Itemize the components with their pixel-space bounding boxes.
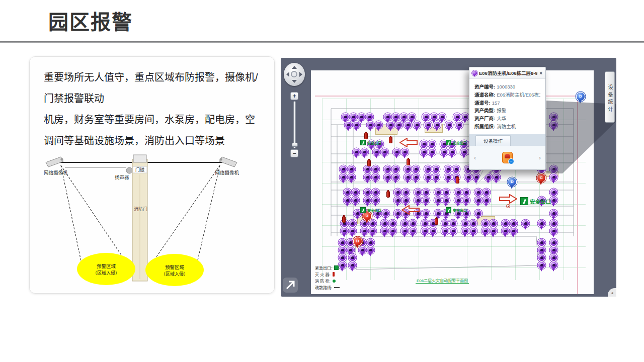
camera-marker[interactable] bbox=[413, 166, 419, 172]
camera-marker[interactable] bbox=[462, 114, 468, 120]
camera-marker[interactable] bbox=[453, 166, 459, 172]
camera-marker[interactable] bbox=[434, 122, 440, 128]
camera-marker[interactable] bbox=[384, 174, 391, 180]
camera-marker[interactable] bbox=[455, 197, 461, 204]
camera-marker[interactable] bbox=[482, 228, 489, 234]
tab-device-operation[interactable]: 设备操作 bbox=[475, 135, 511, 146]
camera-marker[interactable] bbox=[550, 210, 557, 217]
camera-marker[interactable] bbox=[349, 262, 356, 268]
camera-marker[interactable] bbox=[470, 228, 476, 234]
camera-marker[interactable] bbox=[441, 149, 447, 155]
fire-extinguisher-marker[interactable] bbox=[456, 177, 459, 184]
camera-marker[interactable] bbox=[435, 197, 441, 204]
camera-marker[interactable] bbox=[550, 262, 557, 268]
camera-marker[interactable] bbox=[350, 114, 357, 120]
camera-marker[interactable] bbox=[352, 197, 359, 204]
camera-marker[interactable] bbox=[384, 166, 391, 172]
camera-marker[interactable] bbox=[345, 122, 352, 128]
camera-marker[interactable] bbox=[401, 149, 408, 155]
camera-marker[interactable] bbox=[422, 220, 428, 227]
camera-marker[interactable] bbox=[463, 189, 469, 196]
camera-marker[interactable] bbox=[387, 122, 394, 128]
camera-marker[interactable] bbox=[372, 197, 379, 204]
camera-marker[interactable] bbox=[502, 228, 509, 234]
camera-marker[interactable] bbox=[490, 228, 497, 234]
camera-marker[interactable] bbox=[421, 141, 427, 147]
camera-marker[interactable] bbox=[389, 228, 396, 234]
camera-marker[interactable] bbox=[369, 220, 376, 227]
camera-marker[interactable] bbox=[369, 228, 376, 234]
camera-marker[interactable] bbox=[425, 122, 431, 128]
camera-marker[interactable] bbox=[405, 174, 411, 180]
camera-marker[interactable] bbox=[367, 239, 374, 246]
camera-marker[interactable] bbox=[339, 262, 346, 268]
tab-device-statistics[interactable]: 设备统计 bbox=[605, 71, 615, 123]
camera-marker[interactable] bbox=[403, 189, 409, 196]
camera-marker[interactable] bbox=[429, 141, 435, 147]
camera-marker[interactable] bbox=[423, 197, 429, 204]
camera-marker[interactable] bbox=[422, 228, 428, 234]
pan-center-icon[interactable] bbox=[291, 71, 297, 77]
camera-marker[interactable] bbox=[415, 189, 421, 196]
camera-marker[interactable] bbox=[445, 174, 451, 180]
camera-marker[interactable] bbox=[538, 220, 545, 227]
camera-marker[interactable] bbox=[394, 189, 401, 196]
camera-marker[interactable] bbox=[435, 210, 441, 217]
camera-marker[interactable] bbox=[347, 247, 354, 253]
camera-marker[interactable] bbox=[450, 220, 456, 227]
fire-extinguisher-marker[interactable] bbox=[364, 133, 368, 139]
camera-marker[interactable] bbox=[433, 174, 439, 180]
camera-marker[interactable] bbox=[401, 228, 408, 234]
camera-marker[interactable] bbox=[510, 220, 517, 227]
camera-marker[interactable] bbox=[439, 114, 445, 120]
camera-marker[interactable] bbox=[361, 149, 368, 155]
camera-marker[interactable] bbox=[475, 189, 481, 196]
camera-marker[interactable] bbox=[344, 197, 351, 204]
fire-extinguisher-marker[interactable] bbox=[386, 191, 390, 198]
camera-marker[interactable] bbox=[342, 114, 349, 120]
camera-marker[interactable] bbox=[483, 197, 490, 204]
camera-marker[interactable] bbox=[510, 228, 517, 234]
camera-marker[interactable] bbox=[522, 220, 529, 227]
camera-marker[interactable] bbox=[401, 220, 408, 227]
camera-marker[interactable] bbox=[413, 174, 419, 180]
camera-marker[interactable] bbox=[367, 247, 374, 253]
close-icon[interactable]: × bbox=[539, 70, 542, 76]
expand-button[interactable] bbox=[283, 278, 298, 293]
zoom-out-button[interactable]: − bbox=[290, 149, 298, 157]
camera-marker[interactable] bbox=[372, 166, 379, 172]
fire-extinguisher-marker[interactable] bbox=[389, 137, 392, 143]
camera-marker[interactable] bbox=[395, 122, 402, 128]
camera-marker[interactable] bbox=[339, 239, 346, 246]
camera-marker[interactable] bbox=[349, 228, 356, 234]
camera-marker[interactable] bbox=[339, 254, 346, 261]
carousel-prev-icon[interactable]: ‹ bbox=[474, 154, 476, 161]
camera-marker[interactable] bbox=[353, 122, 360, 128]
camera-marker[interactable] bbox=[442, 220, 448, 227]
camera-marker[interactable] bbox=[450, 228, 456, 234]
camera-marker[interactable] bbox=[462, 220, 468, 227]
camera-marker[interactable] bbox=[550, 197, 557, 204]
camera-marker[interactable] bbox=[445, 166, 451, 172]
camera-marker[interactable] bbox=[373, 149, 380, 155]
camera-marker[interactable] bbox=[381, 220, 388, 227]
map-pin-red[interactable]: H bbox=[354, 237, 362, 245]
fire-extinguisher-marker[interactable] bbox=[367, 160, 371, 166]
camera-marker[interactable] bbox=[475, 197, 481, 204]
camera-marker[interactable] bbox=[461, 149, 467, 155]
camera-marker[interactable] bbox=[550, 189, 557, 196]
camera-marker[interactable] bbox=[550, 220, 557, 227]
camera-marker[interactable] bbox=[381, 149, 388, 155]
carousel-next-icon[interactable]: › bbox=[539, 154, 541, 161]
camera-marker[interactable] bbox=[454, 114, 460, 120]
camera-marker[interactable] bbox=[359, 247, 366, 253]
camera-marker[interactable] bbox=[425, 174, 431, 180]
camera-marker[interactable] bbox=[364, 189, 371, 196]
camera-marker[interactable] bbox=[349, 254, 356, 261]
zoom-slider-handle[interactable] bbox=[292, 143, 298, 147]
camera-marker[interactable] bbox=[431, 114, 437, 120]
camera-marker[interactable] bbox=[341, 228, 348, 234]
camera-marker[interactable] bbox=[442, 228, 448, 234]
camera-marker[interactable] bbox=[421, 149, 427, 155]
camera-marker[interactable] bbox=[372, 174, 379, 180]
